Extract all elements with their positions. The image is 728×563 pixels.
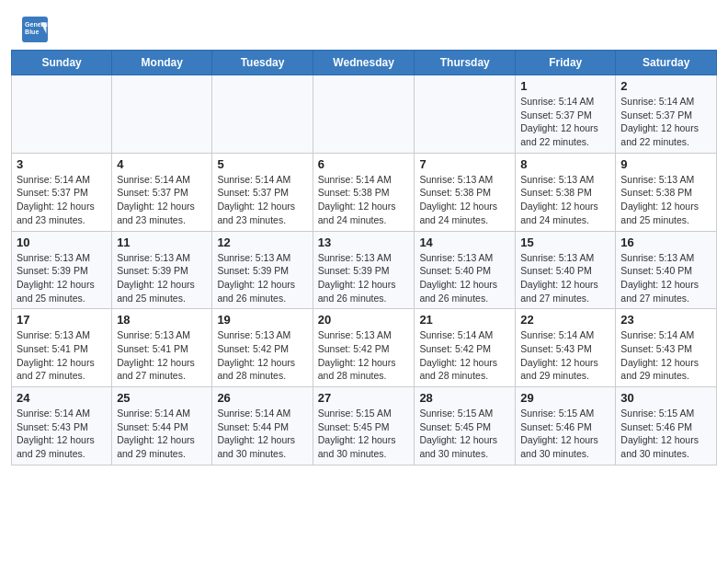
day-number: 4	[117, 157, 207, 171]
day-info: Sunrise: 5:14 AM Sunset: 5:43 PM Dayligh…	[620, 328, 711, 383]
page-header: General Blue	[0, 0, 728, 50]
day-number: 19	[217, 313, 307, 327]
calendar-day-cell: 11Sunrise: 5:13 AM Sunset: 5:39 PM Dayli…	[112, 231, 212, 309]
day-info: Sunrise: 5:14 AM Sunset: 5:37 PM Dayligh…	[620, 95, 711, 149]
calendar-day-cell: 20Sunrise: 5:13 AM Sunset: 5:42 PM Dayli…	[313, 309, 415, 387]
calendar-day-cell: 15Sunrise: 5:13 AM Sunset: 5:40 PM Dayli…	[516, 231, 616, 309]
day-number: 24	[17, 391, 107, 405]
calendar-day-cell: 29Sunrise: 5:15 AM Sunset: 5:46 PM Dayli…	[516, 387, 616, 465]
day-number: 25	[117, 391, 207, 405]
day-number: 23	[620, 313, 711, 327]
calendar-day-cell	[415, 75, 516, 154]
calendar-day-cell: 8Sunrise: 5:13 AM Sunset: 5:38 PM Daylig…	[516, 153, 616, 231]
day-info: Sunrise: 5:15 AM Sunset: 5:46 PM Dayligh…	[620, 407, 711, 461]
day-number: 10	[17, 236, 107, 249]
day-number: 16	[620, 236, 711, 249]
weekday-header-monday: Monday	[112, 51, 212, 75]
day-info: Sunrise: 5:14 AM Sunset: 5:44 PM Dayligh…	[217, 407, 307, 461]
day-info: Sunrise: 5:13 AM Sunset: 5:38 PM Dayligh…	[520, 173, 610, 227]
calendar-day-cell	[12, 75, 112, 154]
calendar-day-cell: 4Sunrise: 5:14 AM Sunset: 5:37 PM Daylig…	[112, 153, 212, 231]
calendar-day-cell: 14Sunrise: 5:13 AM Sunset: 5:40 PM Dayli…	[415, 231, 516, 309]
calendar-week-row: 1Sunrise: 5:14 AM Sunset: 5:37 PM Daylig…	[12, 75, 717, 154]
calendar-day-cell: 23Sunrise: 5:14 AM Sunset: 5:43 PM Dayli…	[616, 309, 717, 387]
day-info: Sunrise: 5:13 AM Sunset: 5:39 PM Dayligh…	[318, 251, 410, 305]
day-number: 1	[520, 79, 610, 93]
weekday-header-friday: Friday	[516, 51, 616, 75]
calendar-day-cell: 21Sunrise: 5:14 AM Sunset: 5:42 PM Dayli…	[415, 309, 516, 387]
day-number: 11	[117, 236, 207, 249]
day-info: Sunrise: 5:13 AM Sunset: 5:38 PM Dayligh…	[419, 173, 510, 227]
day-info: Sunrise: 5:13 AM Sunset: 5:39 PM Dayligh…	[117, 251, 207, 305]
day-number: 14	[419, 236, 510, 249]
day-number: 29	[520, 391, 610, 405]
calendar-day-cell: 1Sunrise: 5:14 AM Sunset: 5:37 PM Daylig…	[516, 75, 616, 154]
calendar-day-cell: 26Sunrise: 5:14 AM Sunset: 5:44 PM Dayli…	[212, 387, 313, 465]
day-number: 12	[217, 236, 307, 249]
day-info: Sunrise: 5:14 AM Sunset: 5:37 PM Dayligh…	[17, 173, 107, 227]
weekday-header-saturday: Saturday	[616, 51, 717, 75]
weekday-header-row: SundayMondayTuesdayWednesdayThursdayFrid…	[12, 51, 717, 75]
calendar-week-row: 24Sunrise: 5:14 AM Sunset: 5:43 PM Dayli…	[12, 387, 717, 465]
calendar-day-cell: 3Sunrise: 5:14 AM Sunset: 5:37 PM Daylig…	[12, 153, 112, 231]
calendar-day-cell: 13Sunrise: 5:13 AM Sunset: 5:39 PM Dayli…	[313, 231, 415, 309]
day-number: 15	[520, 236, 610, 249]
calendar-day-cell: 5Sunrise: 5:14 AM Sunset: 5:37 PM Daylig…	[212, 153, 313, 231]
day-info: Sunrise: 5:13 AM Sunset: 5:42 PM Dayligh…	[318, 328, 410, 383]
calendar-day-cell	[212, 75, 313, 154]
calendar-day-cell: 27Sunrise: 5:15 AM Sunset: 5:45 PM Dayli…	[313, 387, 415, 465]
calendar-day-cell: 30Sunrise: 5:15 AM Sunset: 5:46 PM Dayli…	[616, 387, 717, 465]
calendar-day-cell: 6Sunrise: 5:14 AM Sunset: 5:38 PM Daylig…	[313, 153, 415, 231]
day-number: 5	[217, 157, 307, 171]
day-number: 21	[419, 313, 510, 327]
day-info: Sunrise: 5:14 AM Sunset: 5:38 PM Dayligh…	[318, 173, 410, 227]
day-info: Sunrise: 5:13 AM Sunset: 5:41 PM Dayligh…	[117, 328, 207, 383]
calendar-day-cell: 16Sunrise: 5:13 AM Sunset: 5:40 PM Dayli…	[616, 231, 717, 309]
day-info: Sunrise: 5:15 AM Sunset: 5:45 PM Dayligh…	[318, 407, 410, 461]
day-number: 7	[419, 157, 510, 171]
day-number: 17	[17, 313, 107, 327]
day-info: Sunrise: 5:14 AM Sunset: 5:37 PM Dayligh…	[217, 173, 307, 227]
day-number: 3	[17, 157, 107, 171]
calendar-day-cell	[313, 75, 415, 154]
day-info: Sunrise: 5:13 AM Sunset: 5:41 PM Dayligh…	[17, 328, 107, 383]
logo-icon: General Blue	[22, 17, 48, 42]
day-info: Sunrise: 5:14 AM Sunset: 5:37 PM Dayligh…	[117, 173, 207, 227]
day-number: 26	[217, 391, 307, 405]
calendar-day-cell: 12Sunrise: 5:13 AM Sunset: 5:39 PM Dayli…	[212, 231, 313, 309]
calendar-week-row: 17Sunrise: 5:13 AM Sunset: 5:41 PM Dayli…	[12, 309, 717, 387]
day-info: Sunrise: 5:13 AM Sunset: 5:40 PM Dayligh…	[620, 251, 711, 305]
day-number: 20	[318, 313, 410, 327]
day-number: 9	[620, 157, 711, 171]
day-number: 30	[620, 391, 711, 405]
calendar-week-row: 10Sunrise: 5:13 AM Sunset: 5:39 PM Dayli…	[12, 231, 717, 309]
day-number: 18	[117, 313, 207, 327]
calendar-wrapper: SundayMondayTuesdayWednesdayThursdayFrid…	[0, 50, 728, 477]
svg-text:Blue: Blue	[25, 29, 39, 35]
calendar-day-cell: 17Sunrise: 5:13 AM Sunset: 5:41 PM Dayli…	[12, 309, 112, 387]
calendar-day-cell: 18Sunrise: 5:13 AM Sunset: 5:41 PM Dayli…	[112, 309, 212, 387]
day-info: Sunrise: 5:14 AM Sunset: 5:43 PM Dayligh…	[17, 407, 107, 461]
calendar-day-cell: 28Sunrise: 5:15 AM Sunset: 5:45 PM Dayli…	[415, 387, 516, 465]
calendar-day-cell: 9Sunrise: 5:13 AM Sunset: 5:38 PM Daylig…	[616, 153, 717, 231]
day-info: Sunrise: 5:14 AM Sunset: 5:42 PM Dayligh…	[419, 328, 510, 383]
day-number: 2	[620, 79, 711, 93]
calendar-table: SundayMondayTuesdayWednesdayThursdayFrid…	[11, 50, 717, 465]
day-info: Sunrise: 5:15 AM Sunset: 5:45 PM Dayligh…	[419, 407, 510, 461]
day-number: 22	[520, 313, 610, 327]
calendar-day-cell: 25Sunrise: 5:14 AM Sunset: 5:44 PM Dayli…	[112, 387, 212, 465]
day-info: Sunrise: 5:13 AM Sunset: 5:38 PM Dayligh…	[620, 173, 711, 227]
day-info: Sunrise: 5:14 AM Sunset: 5:43 PM Dayligh…	[520, 328, 610, 383]
weekday-header-sunday: Sunday	[12, 51, 112, 75]
calendar-day-cell: 24Sunrise: 5:14 AM Sunset: 5:43 PM Dayli…	[12, 387, 112, 465]
day-number: 13	[318, 236, 410, 249]
calendar-day-cell: 22Sunrise: 5:14 AM Sunset: 5:43 PM Dayli…	[516, 309, 616, 387]
calendar-week-row: 3Sunrise: 5:14 AM Sunset: 5:37 PM Daylig…	[12, 153, 717, 231]
day-info: Sunrise: 5:13 AM Sunset: 5:39 PM Dayligh…	[17, 251, 107, 305]
day-info: Sunrise: 5:13 AM Sunset: 5:40 PM Dayligh…	[520, 251, 610, 305]
day-info: Sunrise: 5:14 AM Sunset: 5:37 PM Dayligh…	[520, 95, 610, 149]
calendar-day-cell: 7Sunrise: 5:13 AM Sunset: 5:38 PM Daylig…	[415, 153, 516, 231]
weekday-header-thursday: Thursday	[415, 51, 516, 75]
calendar-day-cell: 10Sunrise: 5:13 AM Sunset: 5:39 PM Dayli…	[12, 231, 112, 309]
day-info: Sunrise: 5:15 AM Sunset: 5:46 PM Dayligh…	[520, 407, 610, 461]
